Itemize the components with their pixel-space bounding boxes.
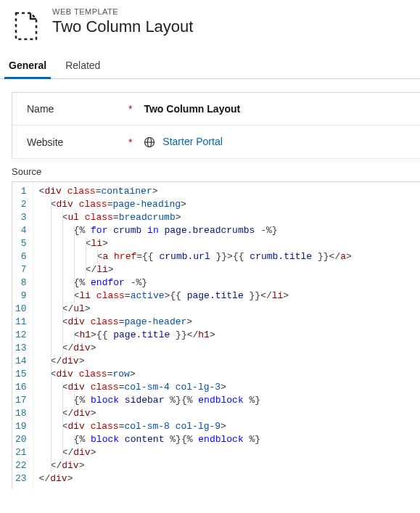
website-link[interactable]: Starter Portal <box>162 136 222 147</box>
field-label-website: Website <box>27 136 128 148</box>
source-editor[interactable]: 1234567891011121314151617181920212223 <d… <box>12 181 420 488</box>
field-row-name: Name * Two Column Layout <box>12 93 420 126</box>
code-content[interactable]: <div class=container><div class=page-hea… <box>33 182 420 488</box>
header-eyebrow: WEB TEMPLATE <box>52 7 193 16</box>
field-label-name: Name <box>27 103 128 115</box>
required-mark: * <box>128 136 132 148</box>
globe-icon <box>144 136 155 148</box>
header-title: Two Column Layout <box>52 17 193 36</box>
required-mark: * <box>128 103 132 115</box>
source-label: Source <box>0 159 420 181</box>
field-row-website: Website * Starter Portal <box>12 126 420 159</box>
name-input[interactable]: Two Column Layout <box>144 103 240 115</box>
form-card: Name * Two Column Layout Website * Start… <box>12 92 420 159</box>
tab-general[interactable]: General <box>6 54 49 78</box>
website-lookup[interactable]: Starter Portal <box>144 136 222 148</box>
tab-related[interactable]: Related <box>62 54 103 78</box>
document-icon <box>10 10 42 42</box>
page-header: WEB TEMPLATE Two Column Layout <box>0 0 420 54</box>
line-gutter: 1234567891011121314151617181920212223 <box>12 182 33 488</box>
tab-bar: GeneralRelated <box>0 54 420 79</box>
